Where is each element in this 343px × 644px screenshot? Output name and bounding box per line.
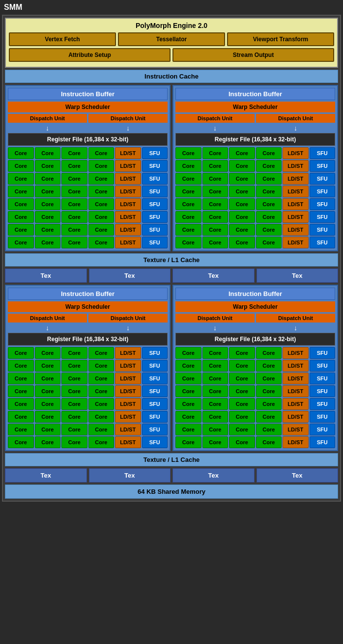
core: Core [8, 186, 34, 197]
arrow-1b: ↓ [88, 124, 168, 132]
core: Core [88, 173, 114, 185]
core: Core [88, 360, 114, 372]
ldst: LD/ST [283, 373, 309, 384]
core: Core [229, 237, 255, 248]
core: Core [35, 186, 61, 197]
ldst: LD/ST [115, 436, 141, 448]
tex-unit-1b: Tex [89, 268, 171, 283]
core: Core [35, 198, 61, 210]
cores-grid-3: Core Core Core Core LD/ST SFU Core Core … [8, 347, 168, 448]
arrow-4b: ↓ [256, 324, 335, 332]
dispatch-unit-3a: Dispatch Unit [8, 314, 87, 322]
smm-label: SMM [0, 0, 343, 15]
core: Core [175, 398, 201, 410]
arrow-2b: ↓ [256, 124, 335, 132]
dispatch-unit-2b: Dispatch Unit [256, 114, 335, 123]
ldst: LD/ST [283, 211, 309, 223]
ldst: LD/ST [283, 160, 309, 172]
core: Core [229, 398, 255, 410]
core: Core [256, 211, 282, 223]
polymorph-engine: PolyMorph Engine 2.0 Vertex Fetch Tessel… [5, 18, 338, 68]
core: Core [61, 237, 87, 248]
cores-row-2-1: Core Core Core Core LD/ST SFU [175, 147, 335, 159]
ldst: LD/ST [283, 198, 309, 210]
core: Core [175, 237, 201, 248]
cores-row-4-4: Core Core Core Core LD/ST SFU [175, 385, 335, 397]
reg-file-2: Register File (16,384 x 32-bit) [175, 133, 335, 146]
core: Core [8, 224, 34, 236]
core: Core [88, 160, 114, 172]
dispatch-unit-2a: Dispatch Unit [175, 114, 255, 123]
instruction-cache: Instruction Cache [5, 70, 338, 83]
core: Core [88, 186, 114, 197]
sfu: SFU [142, 147, 168, 159]
core: Core [35, 373, 61, 384]
core: Core [8, 347, 34, 359]
core: Core [175, 436, 201, 448]
cores-row-3-8: Core Core Core Core LD/ST SFU [8, 436, 168, 448]
core: Core [61, 211, 87, 223]
core: Core [202, 211, 229, 223]
core: Core [35, 424, 61, 435]
cores-row-2-3: Core Core Core Core LD/ST SFU [175, 173, 335, 185]
core: Core [35, 224, 61, 236]
instr-buffer-1: Instruction Buffer [8, 88, 168, 100]
sfu: SFU [142, 237, 168, 248]
sfu: SFU [142, 424, 168, 435]
ldst: LD/ST [283, 436, 309, 448]
sfu: SFU [310, 237, 336, 248]
sm-block-4: Instruction Buffer Warp Scheduler Dispat… [172, 285, 338, 451]
core: Core [8, 198, 34, 210]
arrows-row-1: ↓ ↓ [8, 124, 168, 132]
cores-row-4-8: Core Core Core Core LD/ST SFU [175, 436, 335, 448]
ldst: LD/ST [283, 237, 309, 248]
tex-unit-1a: Tex [5, 268, 87, 283]
cores-row-4-5: Core Core Core Core LD/ST SFU [175, 398, 335, 410]
sfu: SFU [142, 436, 168, 448]
core: Core [35, 398, 61, 410]
cores-row-2-7: Core Core Core Core LD/ST SFU [175, 224, 335, 236]
tex-row-2: Tex Tex Tex Tex [5, 468, 338, 483]
arrows-row-4: ↓ ↓ [175, 324, 335, 332]
core: Core [229, 173, 255, 185]
core: Core [229, 160, 255, 172]
texture-l1-cache-1: Texture / L1 Cache [5, 253, 338, 267]
sm-pair-2: Instruction Buffer Warp Scheduler Dispat… [5, 285, 338, 451]
core: Core [35, 147, 61, 159]
core: Core [202, 411, 229, 423]
sfu: SFU [310, 398, 336, 410]
cores-row-1-2: Core Core Core Core LD/ST SFU [8, 160, 168, 172]
cores-row-4-1: Core Core Core Core LD/ST SFU [175, 347, 335, 359]
ldst: LD/ST [283, 224, 309, 236]
ldst: LD/ST [115, 186, 141, 197]
ldst: LD/ST [115, 147, 141, 159]
ldst: LD/ST [283, 186, 309, 197]
ldst: LD/ST [283, 147, 309, 159]
ldst: LD/ST [115, 198, 141, 210]
core: Core [8, 173, 34, 185]
ldst: LD/ST [115, 237, 141, 248]
core: Core [202, 147, 229, 159]
core: Core [175, 411, 201, 423]
core: Core [256, 198, 282, 210]
core: Core [175, 385, 201, 397]
core: Core [256, 411, 282, 423]
core: Core [61, 385, 87, 397]
ldst: LD/ST [283, 385, 309, 397]
core: Core [88, 237, 114, 248]
cores-row-3-2: Core Core Core Core LD/ST SFU [8, 360, 168, 372]
sfu: SFU [310, 224, 336, 236]
sfu: SFU [310, 160, 336, 172]
core: Core [61, 436, 87, 448]
core: Core [229, 385, 255, 397]
core: Core [202, 360, 229, 372]
instr-buffer-2: Instruction Buffer [175, 88, 335, 100]
sfu: SFU [142, 360, 168, 372]
ldst: LD/ST [115, 424, 141, 435]
cores-row-1-3: Core Core Core Core LD/ST SFU [8, 173, 168, 185]
cores-row-3-7: Core Core Core Core LD/ST SFU [8, 424, 168, 435]
dispatch-unit-1a: Dispatch Unit [8, 114, 87, 123]
cores-row-4-2: Core Core Core Core LD/ST SFU [175, 360, 335, 372]
polymorph-row2: Attribute Setup Stream Output [9, 48, 334, 62]
core: Core [35, 436, 61, 448]
